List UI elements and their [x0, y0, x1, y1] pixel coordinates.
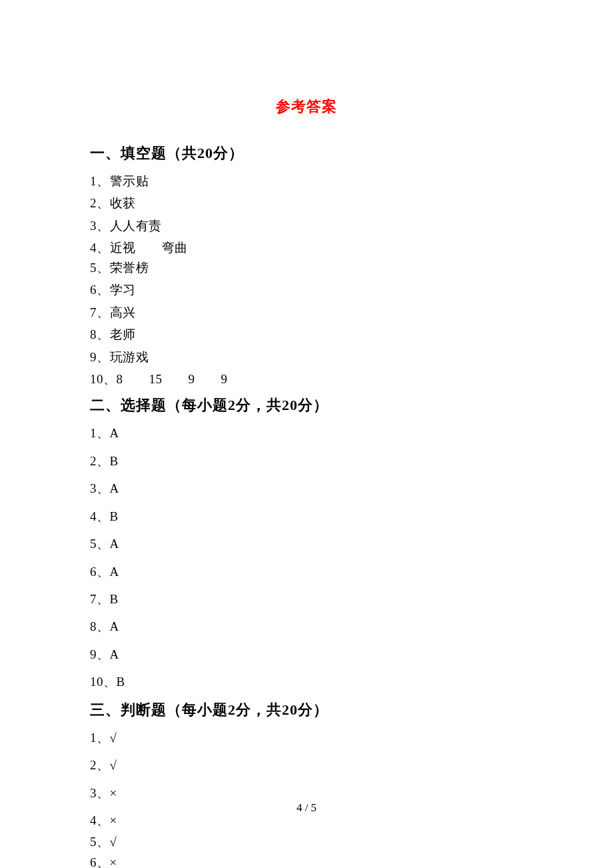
answer-item: 6、A	[90, 562, 523, 581]
answer-item: 1、A	[90, 423, 523, 443]
section-true-false: 三、判断题（每小题2分，共20分） 1、√ 2、√ 3、× 4、× 5、√ 6、…	[90, 700, 523, 868]
answer-item: 3、×	[90, 783, 523, 803]
section-heading-1: 一、填空题（共20分）	[90, 143, 523, 163]
answer-item: 7、高兴	[90, 303, 523, 322]
answer-item: 1、警示贴	[90, 171, 523, 191]
answer-item: 3、A	[90, 479, 523, 498]
section-heading-2: 二、选择题（每小题2分，共20分）	[90, 395, 523, 415]
page-number: 4 / 5	[0, 801, 613, 815]
answer-item: 9、玩游戏	[90, 347, 523, 367]
answer-item: 9、A	[90, 645, 523, 664]
answer-item: 2、收获	[90, 193, 523, 213]
answer-item: 4、B	[90, 507, 523, 526]
section-fill-blank: 一、填空题（共20分） 1、警示贴 2、收获 3、人人有责 4、近视 弯曲 5、…	[90, 143, 523, 389]
answer-item: 4、近视 弯曲	[90, 238, 523, 257]
answer-item: 10、8 15 9 9	[90, 369, 523, 389]
page-content: 参考答案 一、填空题（共20分） 1、警示贴 2、收获 3、人人有责 4、近视 …	[0, 0, 613, 868]
answer-item: 8、A	[90, 617, 523, 636]
page-title: 参考答案	[90, 97, 523, 117]
answer-item: 2、B	[90, 451, 523, 471]
answer-item: 6、×	[90, 853, 523, 868]
answer-item: 6、学习	[90, 280, 523, 299]
answer-item: 3、人人有责	[90, 216, 523, 235]
section-multiple-choice: 二、选择题（每小题2分，共20分） 1、A 2、B 3、A 4、B 5、A 6、…	[90, 395, 523, 691]
answer-item: 8、老师	[90, 325, 523, 344]
answer-item: 5、√	[90, 832, 523, 851]
answer-item: 5、A	[90, 534, 523, 553]
answer-item: 5、荣誉榜	[90, 258, 523, 277]
answer-item: 2、√	[90, 755, 523, 775]
answer-item: 1、√	[90, 728, 523, 747]
answer-item: 10、B	[90, 672, 523, 691]
section-heading-3: 三、判断题（每小题2分，共20分）	[90, 700, 523, 720]
answer-item: 7、B	[90, 589, 523, 609]
